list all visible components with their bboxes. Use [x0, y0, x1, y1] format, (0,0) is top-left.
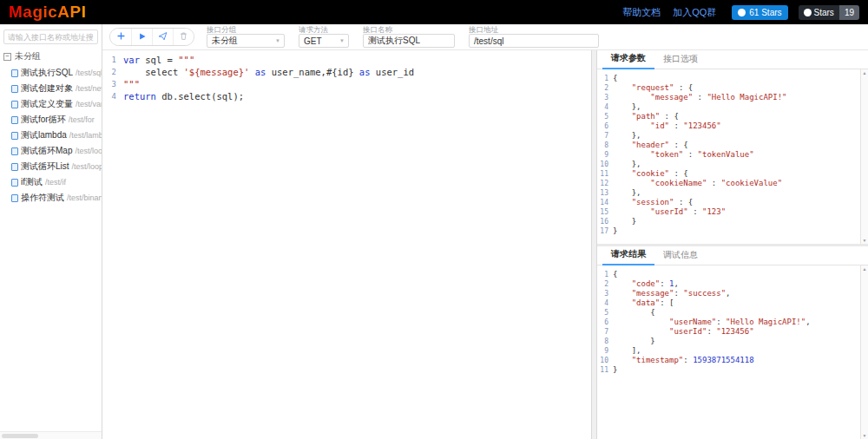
- field-label: 接口名称: [363, 26, 455, 34]
- add-button[interactable]: [110, 29, 131, 45]
- field-input[interactable]: /test/sql: [469, 34, 599, 48]
- api-doc-icon: [11, 194, 18, 202]
- scroll-up-icon[interactable]: ▲: [863, 266, 867, 272]
- line-number: 12: [597, 179, 613, 188]
- line-number: 5: [597, 112, 613, 121]
- tree-item[interactable]: 操作符测试/test/binary: [0, 190, 102, 206]
- code-text: "data": [: [613, 298, 674, 308]
- code-text: }: [613, 226, 617, 236]
- join-qq-group-link[interactable]: 加入QQ群: [673, 6, 716, 19]
- collapse-icon[interactable]: −: [3, 53, 11, 61]
- tree-item[interactable]: 测试循环Map/test/loop/m: [0, 143, 102, 159]
- tree-item[interactable]: 测试执行SQL/test/sql: [0, 65, 102, 81]
- api-name: 测试循环List: [21, 161, 69, 173]
- field-input[interactable]: 测试执行SQL: [363, 34, 455, 48]
- sidebar-hscrollbar[interactable]: [0, 431, 102, 439]
- scroll-down-icon[interactable]: ▼: [863, 433, 867, 438]
- tab-api-options[interactable]: 接口选项: [654, 49, 707, 69]
- code-line: 9 ],: [597, 346, 859, 356]
- request-scrollbar[interactable]: ▲ ▼: [860, 69, 868, 244]
- toolbar-fields: 接口分组未分组▼请求方法GET▼接口名称测试执行SQL接口地址/test/sql: [207, 26, 599, 49]
- code-text: },: [613, 160, 641, 169]
- code-line: 5 {: [597, 308, 859, 318]
- stars-badge-secondary[interactable]: Stars 19: [799, 5, 859, 20]
- line-number: 9: [597, 150, 613, 160]
- stars-count: 19: [839, 5, 859, 20]
- api-path: /test/for: [69, 115, 95, 124]
- code-line: 3 "message" : "Hello MagicAPI!": [597, 93, 859, 102]
- splitter[interactable]: [591, 50, 597, 439]
- code-text: "code": 1,: [613, 279, 679, 289]
- save-button[interactable]: [152, 29, 173, 45]
- stars-badge-primary[interactable]: 61 Stars: [732, 5, 787, 20]
- code-text: "request" : {: [613, 83, 693, 93]
- api-path: /test/loop/m: [75, 147, 102, 155]
- line-number: 2: [102, 66, 123, 78]
- code-text: },: [613, 188, 641, 198]
- code-line: 11}: [597, 365, 859, 375]
- code-text: }: [613, 337, 655, 346]
- tree-item[interactable]: 测试lambda/test/lambda: [0, 128, 102, 143]
- tab-debug-info[interactable]: 调试信息: [654, 245, 707, 265]
- request-json-editor[interactable]: 1{2 "request" : {3 "message" : "Hello Ma…: [597, 74, 859, 236]
- code-line: 4 "data": [: [597, 298, 859, 308]
- save-icon: [158, 30, 168, 43]
- tab-request-params[interactable]: 请求参数: [602, 48, 654, 69]
- field-select[interactable]: 未分组▼: [207, 34, 285, 48]
- code-text: """: [123, 78, 140, 90]
- search-input[interactable]: [3, 29, 98, 44]
- help-docs-link[interactable]: 帮助文档: [622, 6, 661, 19]
- tree-group-label: 未分组: [15, 50, 41, 62]
- result-scrollbar[interactable]: ▲ ▼: [860, 265, 868, 439]
- toolbar-field: 接口名称测试执行SQL: [363, 26, 455, 49]
- script-editor[interactable]: 1var sql = """2 select '${message}' as u…: [102, 50, 591, 102]
- code-text: ],: [613, 346, 641, 356]
- code-line: 11 "cookie" : {: [597, 169, 859, 179]
- code-line: 2 select '${message}' as user_name,#{id}…: [102, 66, 591, 78]
- code-text: },: [613, 131, 641, 141]
- field-select[interactable]: GET▼: [299, 34, 349, 48]
- code-line: 8 "header" : {: [597, 141, 859, 150]
- tree-item[interactable]: 测试for循环/test/for: [0, 112, 102, 128]
- content-row: 1var sql = """2 select '${message}' as u…: [102, 50, 868, 439]
- script-editor-wrap[interactable]: 1var sql = """2 select '${message}' as u…: [102, 50, 591, 439]
- line-number: 6: [597, 318, 613, 327]
- field-value: 未分组: [212, 35, 238, 47]
- code-text: "path" : {: [613, 112, 679, 121]
- line-number: 2: [597, 279, 613, 289]
- result-json-editor[interactable]: 1{2 "code": 1,3 "message": "success",4 "…: [597, 270, 859, 375]
- line-number: 11: [597, 365, 613, 375]
- code-line: 1{: [597, 74, 859, 83]
- right-column: 请求参数接口选项 1{2 "request" : {3 "message" : …: [597, 50, 868, 439]
- code-text: "message": "success",: [613, 289, 731, 298]
- tree-item[interactable]: 测试循环List/test/loop/lis: [0, 159, 102, 174]
- sidebar: − 未分组 测试执行SQL/test/sql测试创建对象/test/new测试定…: [0, 24, 102, 439]
- scrollbar-thumb[interactable]: [2, 434, 38, 438]
- code-line: 5 "path" : {: [597, 112, 859, 121]
- tree-group-unassigned[interactable]: − 未分组: [0, 48, 102, 65]
- api-name: 测试执行SQL: [21, 67, 73, 79]
- scroll-down-icon[interactable]: ▼: [863, 238, 867, 243]
- tree-item[interactable]: if测试/test/if: [0, 174, 102, 190]
- toolbar-buttons: [109, 28, 194, 46]
- api-name: 测试定义变量: [21, 98, 73, 110]
- tab-request-result[interactable]: 请求结果: [602, 244, 654, 265]
- delete-button[interactable]: [173, 29, 194, 45]
- tree-item[interactable]: 测试创建对象/test/new: [0, 81, 102, 96]
- line-number: 6: [597, 121, 613, 131]
- result-panel: 请求结果调试信息 1{2 "code": 1,3 "message": "suc…: [597, 246, 868, 439]
- tree-item[interactable]: 测试定义变量/test/var: [0, 96, 102, 112]
- code-text: "cookieName" : "cookieValue": [613, 179, 782, 188]
- line-number: 7: [597, 131, 613, 141]
- run-button[interactable]: [131, 29, 152, 45]
- scroll-up-icon[interactable]: ▲: [863, 70, 867, 75]
- code-line: 16 }: [597, 217, 859, 226]
- field-value: 测试执行SQL: [368, 35, 420, 47]
- toolbar-field: 请求方法GET▼: [299, 26, 349, 49]
- toolbar: 接口分组未分组▼请求方法GET▼接口名称测试执行SQL接口地址/test/sql: [102, 24, 868, 50]
- add-icon: [116, 30, 126, 43]
- stars-label: Stars: [814, 8, 834, 17]
- code-text: "session" : {: [613, 198, 693, 207]
- toolbar-field: 接口地址/test/sql: [469, 26, 599, 49]
- code-text: "token" : "tokenValue": [613, 150, 754, 160]
